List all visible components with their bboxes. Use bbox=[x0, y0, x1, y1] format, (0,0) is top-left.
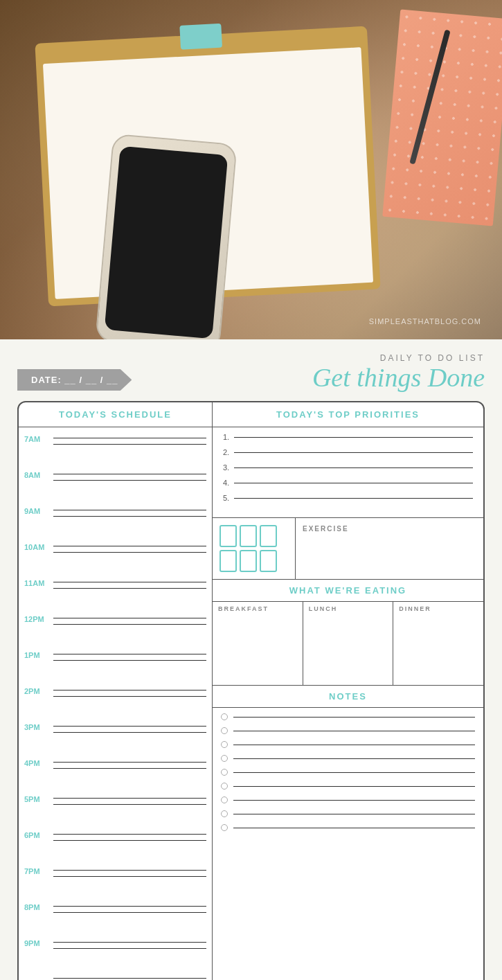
note-line-2 bbox=[233, 731, 475, 731]
note-circle-1 bbox=[221, 713, 228, 720]
breakfast-label: BREAKFAST bbox=[218, 605, 297, 612]
planner-header: DATE: __ / __ / __ DAILY TO DO LIST Get … bbox=[17, 353, 485, 391]
time-line bbox=[53, 912, 206, 913]
note-item-4 bbox=[221, 755, 475, 762]
time-slot-9pm: 9PM bbox=[19, 935, 212, 971]
water-exercise-section: EXERCISE bbox=[213, 518, 483, 580]
note-item-8 bbox=[221, 810, 475, 817]
time-line bbox=[53, 660, 206, 661]
time-line bbox=[53, 876, 206, 877]
time-label-3pm: 3PM bbox=[24, 720, 53, 731]
time-label-1pm: 1PM bbox=[24, 648, 53, 659]
note-line-3 bbox=[233, 745, 475, 745]
note-line-4 bbox=[233, 758, 475, 759]
schedule-header: TODAY'S SCHEDULE bbox=[19, 402, 212, 427]
eating-section: WHAT WE'RE EATING BREAKFAST LUNCH DINNER bbox=[213, 580, 483, 686]
priority-item-1: 1. bbox=[223, 433, 473, 441]
priority-item-2: 2. bbox=[223, 448, 473, 456]
note-line-9 bbox=[233, 828, 475, 828]
water-cup-2 bbox=[240, 525, 257, 547]
time-slot-9am: 9AM bbox=[19, 503, 212, 539]
water-cup-3 bbox=[260, 525, 277, 547]
meals-row: BREAKFAST LUNCH DINNER bbox=[213, 602, 483, 685]
time-lines-2pm bbox=[53, 684, 206, 697]
watermark: SIMPLEASTHATBLOG.COM bbox=[369, 317, 481, 326]
note-item-2 bbox=[221, 727, 475, 734]
note-circle-6 bbox=[221, 783, 228, 790]
note-circle-3 bbox=[221, 741, 228, 748]
time-lines-9am bbox=[53, 504, 206, 517]
lunch-label: LUNCH bbox=[309, 605, 388, 612]
note-item-9 bbox=[221, 824, 475, 831]
note-circle-4 bbox=[221, 755, 228, 762]
time-slot-6pm: 6PM bbox=[19, 827, 212, 863]
exercise-section: EXERCISE bbox=[296, 518, 483, 579]
priority-num-1: 1. bbox=[223, 433, 234, 441]
note-item-6 bbox=[221, 783, 475, 790]
water-cup-6 bbox=[260, 550, 277, 572]
time-lines-3pm bbox=[53, 720, 206, 733]
priority-item-4: 4. bbox=[223, 479, 473, 487]
time-line bbox=[53, 732, 206, 733]
time-label-extra bbox=[24, 972, 53, 975]
water-cup-1 bbox=[219, 525, 237, 547]
time-label-8pm: 8PM bbox=[24, 900, 53, 911]
time-line bbox=[53, 474, 206, 474]
time-line bbox=[53, 624, 206, 625]
time-label-11am: 11AM bbox=[24, 576, 53, 587]
time-lines-10am bbox=[53, 540, 206, 553]
note-circle-7 bbox=[221, 796, 228, 803]
time-label-8am: 8AM bbox=[24, 468, 53, 479]
time-slot-4pm: 4PM bbox=[19, 755, 212, 791]
time-slot-8pm: 8PM bbox=[19, 899, 212, 935]
daily-label: DAILY TO DO LIST bbox=[145, 353, 485, 363]
water-cup-5 bbox=[240, 550, 257, 572]
time-lines-5pm bbox=[53, 792, 206, 805]
priority-num-5: 5. bbox=[223, 494, 234, 502]
time-label-12pm: 12PM bbox=[24, 612, 53, 623]
time-line bbox=[53, 690, 206, 691]
schedule-slots: 7AM 8AM bbox=[19, 427, 212, 980]
priority-item-5: 5. bbox=[223, 494, 473, 502]
note-circle-8 bbox=[221, 810, 228, 817]
priority-line-2 bbox=[234, 452, 473, 453]
dinner-col: DINNER bbox=[393, 602, 483, 685]
time-lines-1pm bbox=[53, 648, 206, 661]
dinner-label: DINNER bbox=[399, 605, 478, 612]
time-line bbox=[53, 582, 206, 582]
time-lines-11am bbox=[53, 576, 206, 589]
time-line bbox=[53, 804, 206, 805]
time-line bbox=[53, 618, 206, 618]
time-line bbox=[53, 696, 206, 697]
time-slot-10am: 10AM bbox=[19, 539, 212, 575]
notes-items bbox=[213, 708, 483, 844]
note-line-5 bbox=[233, 772, 475, 773]
phone-screen bbox=[105, 146, 228, 339]
right-column: TODAY'S TOP PRIORITIES 1. 2. 3. bbox=[213, 402, 483, 980]
note-circle-9 bbox=[221, 824, 228, 831]
time-lines-8pm bbox=[53, 900, 206, 913]
time-label-7pm: 7PM bbox=[24, 864, 53, 875]
time-line bbox=[53, 444, 206, 445]
time-label-6pm: 6PM bbox=[24, 828, 53, 839]
note-line-7 bbox=[233, 800, 475, 801]
time-lines-4pm bbox=[53, 756, 206, 769]
priority-line-3 bbox=[234, 467, 473, 468]
planner-section: DATE: __ / __ / __ DAILY TO DO LIST Get … bbox=[0, 339, 502, 980]
time-slot-2pm: 2PM bbox=[19, 683, 212, 719]
time-label-4pm: 4PM bbox=[24, 756, 53, 767]
water-cup-4 bbox=[219, 550, 237, 572]
time-slot-8am: 8AM bbox=[19, 467, 212, 503]
photo-section: SIMPLEASTHATBLOG.COM bbox=[0, 0, 502, 339]
time-line bbox=[53, 798, 206, 799]
time-line bbox=[53, 480, 206, 481]
time-line bbox=[53, 870, 206, 871]
eating-header: WHAT WE'RE EATING bbox=[213, 580, 483, 602]
time-line bbox=[53, 768, 206, 769]
time-lines-8am bbox=[53, 468, 206, 481]
lunch-col: LUNCH bbox=[303, 602, 394, 685]
time-slot-5pm: 5PM bbox=[19, 791, 212, 827]
note-item-1 bbox=[221, 713, 475, 720]
time-line bbox=[53, 438, 206, 438]
page-title: Get things Done bbox=[312, 363, 485, 392]
